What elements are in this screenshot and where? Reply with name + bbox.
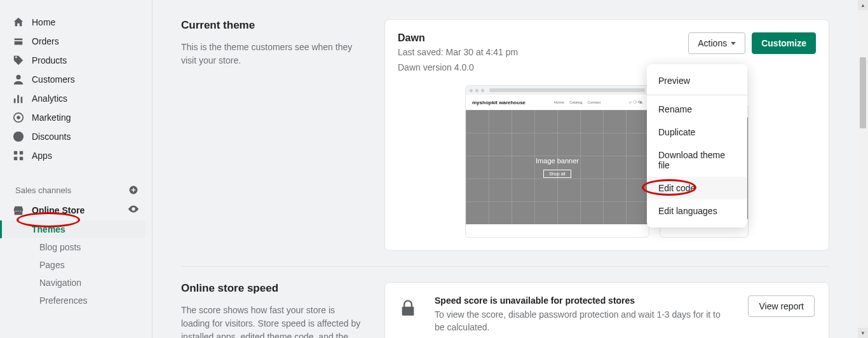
speed-text: Speed score is unavailable for protected… [435,295,731,334]
nav-discounts[interactable]: Discounts [0,127,152,146]
subnav-themes[interactable]: Themes [0,220,146,238]
subnav-label: Preferences [39,295,87,306]
nav-apps[interactable]: Apps [0,146,152,165]
desktop-preview: myshopkit warehouse Home Catalog Contact… [465,85,649,238]
dropdown-label: Edit languages [658,206,717,216]
grid-icon [13,150,24,161]
nav-label: Home [32,17,55,27]
subnav-preferences[interactable]: Preferences [32,292,152,309]
online-store-subnav: Themes Blog posts Pages Navigation Prefe… [0,220,152,309]
speed-card-title: Speed score is unavailable for protected… [435,295,731,306]
theme-info: Dawn Last saved: Mar 30 at 4:41 pm Dawn … [398,32,518,74]
svg-rect-1 [14,98,16,103]
dropdown-edit-languages[interactable]: Edit languages [647,199,747,222]
section-divider [181,266,829,267]
svg-point-5 [17,116,20,119]
nav-customers[interactable]: Customers [0,70,152,89]
preview-brand: myshopkit warehouse [472,100,526,105]
house-icon [13,17,24,28]
preview-nav-item: Home [554,100,564,104]
current-theme-section: Current theme This is the theme customer… [181,19,829,251]
theme-actions: Actions Customize [688,32,816,54]
dropdown-edit-code[interactable]: Edit code [647,177,747,199]
browser-chrome [466,86,649,95]
dropdown-label: Duplicate [658,127,695,137]
dropdown-rename[interactable]: Rename [647,98,747,121]
hero-cta: Shop all [543,170,571,178]
current-theme-desc: This is the theme customers see when the… [181,41,365,67]
caret-down-icon [731,42,736,45]
customize-button[interactable]: Customize [752,32,816,54]
dropdown-label: Edit code [658,183,695,193]
subnav-blog-posts[interactable]: Blog posts [32,238,152,256]
nav-label: Online Store [32,205,85,215]
view-report-label: View report [759,301,804,311]
lock-icon [399,295,418,314]
actions-label: Actions [698,38,727,48]
speed-desc: The score shows how fast your store is l… [181,304,365,338]
nav-label: Apps [32,151,52,161]
view-report-button[interactable]: View report [748,295,815,317]
nav-label: Analytics [32,93,67,104]
scroll-thumb[interactable] [860,57,866,128]
svg-rect-8 [20,151,23,154]
subnav-pages[interactable]: Pages [32,256,152,274]
preview-nav-item: Catalog [569,100,583,104]
add-channel-button[interactable] [128,184,139,196]
window-dot [470,89,473,92]
inbox-icon [13,36,24,47]
scroll-down-button[interactable]: ▼ [858,328,868,338]
preview-hero: Image banner Shop all [466,110,649,224]
theme-version: Dawn version 4.0.0 [398,62,518,74]
window-dot [475,89,478,92]
nav-label: Marketing [32,112,71,123]
svg-rect-9 [14,157,17,160]
person-icon [13,74,24,85]
nav-label: Products [32,55,67,65]
target-icon [13,112,24,123]
dropdown-duplicate[interactable]: Duplicate [647,121,747,144]
nav-label: Discounts [32,132,71,142]
theme-card-header: Dawn Last saved: Mar 30 at 4:41 pm Dawn … [398,32,816,74]
main-content: Current theme This is the theme customer… [153,0,858,338]
svg-rect-2 [17,95,19,104]
subnav-label: Blog posts [39,242,81,252]
nav-online-store[interactable]: Online Store [0,199,152,220]
vertical-scrollbar[interactable]: ▲ ▼ [858,0,868,338]
svg-rect-10 [20,157,23,160]
subnav-label: Pages [39,260,65,270]
customize-label: Customize [761,38,806,48]
address-bar [489,88,645,92]
nav-home[interactable]: Home [0,13,152,32]
nav-label: Orders [32,36,59,46]
speed-section: Online store speed The score shows how f… [181,282,829,338]
bars-icon [13,93,24,104]
preview-nav: Home Catalog Contact [554,100,600,104]
eye-icon[interactable] [128,203,139,217]
store-icon [13,205,24,216]
nav-marketing[interactable]: Marketing [0,108,152,127]
sales-channels-heading: Sales channels [0,178,152,199]
dropdown-label: Preview [658,76,690,86]
svg-rect-7 [14,151,17,154]
speed-card: Speed score is unavailable for protected… [384,282,829,338]
dropdown-download[interactable]: Download theme file [647,144,747,177]
nav-analytics[interactable]: Analytics [0,89,152,108]
nav-products[interactable]: Products [0,51,152,70]
dropdown-label: Download theme file [658,150,725,170]
dropdown-label: Rename [658,104,692,114]
speed-heading: Online store speed [181,282,365,295]
preview-site-header: myshopkit warehouse Home Catalog Contact… [466,95,649,110]
subnav-navigation[interactable]: Navigation [32,274,152,292]
nav-orders[interactable]: Orders [0,32,152,51]
tag-icon [13,55,24,66]
preview-icons: ⌕ ⚆ 🛍 [629,100,642,105]
dropdown-preview[interactable]: Preview [647,69,747,92]
section-left: Current theme This is the theme customer… [181,19,365,251]
actions-button[interactable]: Actions [688,32,745,54]
hero-caption: Image banner [536,157,579,165]
actions-dropdown: Preview Rename Duplicate Download theme … [647,64,747,227]
scroll-track[interactable] [858,10,868,328]
subnav-label: Themes [32,224,65,234]
scroll-up-button[interactable]: ▲ [858,0,868,10]
